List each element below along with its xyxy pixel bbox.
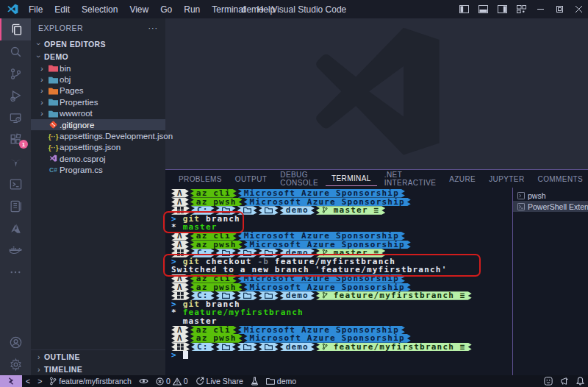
remote-explorer-icon[interactable]	[0, 107, 31, 129]
menu-edit[interactable]: Edit	[49, 1, 76, 18]
extensions-icon[interactable]: 1	[0, 129, 31, 151]
prompt-segment-az-cli: az cli	[190, 189, 237, 198]
menu-go[interactable]: Go	[154, 1, 178, 18]
minimize-button[interactable]	[531, 0, 550, 18]
open-editors-section[interactable]: › OPEN EDITORS	[31, 38, 165, 50]
tye-extension-icon[interactable]	[0, 151, 31, 173]
notifications-button[interactable]	[573, 375, 588, 387]
docker-icon[interactable]	[0, 239, 31, 261]
problems-status[interactable]: 0 0	[152, 375, 192, 387]
timeline-section[interactable]: › TIMELINE	[31, 363, 165, 375]
menu-terminal[interactable]: Terminal	[206, 1, 251, 18]
tab-azure[interactable]: AZURE	[443, 172, 481, 186]
gitlens-toggle-button[interactable]	[135, 375, 152, 387]
screencast-button[interactable]	[556, 375, 573, 387]
terminal-instance-pwsh[interactable]: pwsh	[513, 190, 588, 201]
azurite-button[interactable]	[247, 375, 262, 387]
azure-icon[interactable]	[0, 217, 31, 239]
customize-layout-icon[interactable]	[512, 0, 531, 18]
prompt-segment-project: demo	[280, 249, 315, 258]
prompt-segment-drive: C:	[191, 343, 215, 352]
terminal-line: >	[171, 351, 512, 360]
toggle-panel-icon[interactable]	[473, 0, 492, 18]
file-label: appsettings.json	[60, 143, 121, 152]
search-icon[interactable]	[0, 40, 31, 63]
json-icon: {··}	[47, 143, 60, 152]
file-tree-item-bin[interactable]: ›bin	[31, 63, 165, 74]
prompt-segment-subscription: Microsoft Azure Sponsorship	[238, 274, 405, 283]
file-tree-item-demo.csproj[interactable]: demo.csproj	[31, 153, 165, 164]
toggle-sidebar-icon[interactable]	[454, 0, 473, 18]
file-tree-item-.gitignore[interactable]: .gitignore	[31, 119, 165, 130]
menu-run[interactable]: Run	[178, 1, 206, 18]
notebook-icon[interactable]	[0, 195, 31, 217]
tab-debug-console[interactable]: DEBUG CONSOLE	[274, 168, 324, 190]
extensions-badge: 1	[19, 140, 28, 149]
file-tree-item-Program.cs[interactable]: C#Program.cs	[31, 165, 165, 176]
prompt-segment-branch: feature/myfirstbranch ≡	[316, 291, 472, 300]
close-button[interactable]	[569, 0, 588, 18]
restore-button[interactable]	[550, 0, 569, 18]
editor-area[interactable]	[165, 18, 588, 169]
prompt-segment-drive: C:	[191, 206, 215, 215]
menu-help[interactable]: Help	[251, 1, 282, 18]
vscode-watermark-logo	[311, 24, 443, 161]
live-share-button[interactable]: Live Share	[192, 375, 247, 387]
navigate-forward-button[interactable]: >	[34, 375, 46, 387]
menu-bar: File Edit Selection View Go Run Terminal…	[23, 1, 281, 18]
azure-lambda-glyph: Λ	[171, 283, 189, 292]
workspace-folder-name: demo	[277, 377, 296, 386]
file-label: .gitignore	[60, 121, 94, 129]
remote-indicator[interactable]	[0, 375, 22, 387]
git-branch-status[interactable]: feature/myfirstbranch	[46, 375, 135, 387]
file-label: Pages	[60, 86, 84, 95]
file-tree-item-obj[interactable]: ›obj	[31, 74, 165, 85]
menu-file[interactable]: File	[23, 1, 49, 18]
azure-lambda-glyph: Λ	[171, 326, 189, 335]
account-icon[interactable]	[0, 331, 31, 353]
terminal-instance-label: PowerShell Extension	[528, 202, 588, 211]
feedback-smiley-button[interactable]	[540, 375, 556, 387]
menu-selection[interactable]: Selection	[76, 1, 123, 18]
file-tree-item-Pages[interactable]: ›Pages	[31, 85, 165, 96]
file-label: Properties	[60, 98, 98, 107]
file-tree-item-appsettings.json[interactable]: {··}appsettings.json	[31, 142, 165, 153]
bell-icon	[576, 377, 584, 386]
windows-logo-icon	[171, 343, 190, 352]
folder-icon	[237, 249, 257, 258]
file-label: appsettings.Development.json	[60, 132, 173, 141]
prompt-segment-subscription: Microsoft Azure Sponsorship	[244, 198, 411, 207]
warning-icon	[173, 377, 182, 386]
tab-output[interactable]: OUTPUT	[229, 172, 273, 186]
windows-logo-icon	[171, 291, 190, 300]
tab-terminal[interactable]: TERMINAL	[326, 171, 377, 186]
navigate-back-button[interactable]: <	[22, 375, 34, 387]
terminal-content[interactable]: Λaz cliMicrosoft Azure SponsorshipΛaz pw…	[165, 188, 512, 375]
tab-problems[interactable]: PROBLEMS	[173, 172, 228, 186]
tab-dotnet-interactive[interactable]: .NET INTERACTIVE	[379, 168, 442, 190]
menu-view[interactable]: View	[123, 1, 154, 18]
root-folder-section[interactable]: › DEMO	[31, 50, 165, 63]
run-debug-icon[interactable]	[0, 85, 31, 107]
more-views-icon[interactable]	[0, 261, 31, 283]
file-tree-item-appsettings.Development.json[interactable]: {··}appsettings.Development.json	[31, 130, 165, 141]
folder-icon	[237, 343, 257, 352]
explorer-icon[interactable]	[0, 18, 31, 40]
chevron-right-icon: ›	[37, 64, 47, 73]
megaphone-icon	[560, 377, 569, 386]
toggle-secondary-sidebar-icon[interactable]	[492, 0, 512, 18]
prompt-segment-az-cli: az cli	[190, 274, 237, 283]
explorer-actions-icon[interactable]: ···	[148, 24, 159, 32]
terminal-extension-icon[interactable]	[0, 173, 31, 195]
file-tree-item-Properties[interactable]: ›Properties	[31, 96, 165, 107]
chevron-right-icon: ›	[37, 86, 47, 95]
terminal-instance-powershell-extension[interactable]: PowerShell Extension	[513, 201, 588, 212]
tab-comments[interactable]: COMMENTS	[532, 172, 588, 186]
folder-icon	[237, 291, 257, 300]
settings-gear-icon[interactable]	[0, 353, 31, 375]
source-control-icon[interactable]	[0, 63, 31, 85]
workspace-folder-status[interactable]: demo	[262, 375, 300, 387]
file-tree-item-wwwroot[interactable]: ›wwwroot	[31, 108, 165, 119]
outline-section[interactable]: › OUTLINE	[31, 350, 165, 363]
tab-jupyter[interactable]: JUPYTER	[483, 172, 530, 186]
